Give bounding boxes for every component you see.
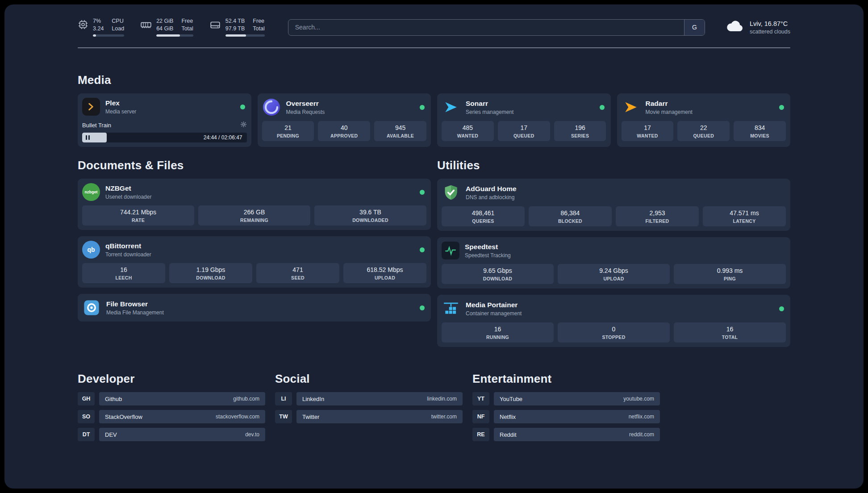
- storage-free-value: 52.4 TB: [225, 18, 245, 24]
- bookmark-list: LI LinkedIn linkedin.com TW Twitter twit…: [275, 392, 463, 423]
- speedtest-card[interactable]: Speedtest Speedtest Tracking 9.65 Gbps D…: [437, 237, 790, 288]
- stat-tile: 471 SEED: [256, 263, 339, 283]
- pause-icon[interactable]: [88, 135, 90, 140]
- plex-card[interactable]: Plex Media server Bullet Train 24: [78, 93, 251, 147]
- bookmark-abbr: NF: [472, 410, 489, 423]
- bookmark-github[interactable]: GH Github github.com: [78, 392, 265, 405]
- stats-row: 17 WANTED 22 QUEUED 834 MOVIES: [622, 121, 786, 141]
- bookmark-abbr: RE: [472, 428, 489, 441]
- qbittorrent-card[interactable]: qb qBittorrent Torrent downloader 16 LEE…: [78, 236, 431, 288]
- service-title: Overseerr Media Requests: [286, 100, 415, 115]
- now-playing-title: Bullet Train: [82, 122, 111, 129]
- memory-progress-bar: [156, 34, 193, 37]
- stat-label: DOWNLOAD: [171, 275, 250, 280]
- bookmark-netflix[interactable]: NF Netflix netflix.com: [472, 410, 660, 423]
- stats-row: 485 WANTED 17 QUEUED 196 SERIES: [442, 121, 606, 141]
- bookmark-twitter[interactable]: TW Twitter twitter.com: [275, 410, 463, 423]
- adguard-card[interactable]: AdGuard Home DNS and adblocking 498,461 …: [437, 179, 790, 231]
- bookmark-url: reddit.com: [629, 431, 654, 438]
- storage-progress-fill: [225, 34, 246, 37]
- bookmark-dev[interactable]: DT DEV dev.to: [78, 428, 265, 441]
- stats-row: 16 RUNNING 0 STOPPED 16 TOTAL: [442, 322, 786, 343]
- storage-progress-bar: [225, 34, 265, 37]
- service-title: Plex Media server: [105, 99, 235, 115]
- stat-label: UPLOAD: [559, 276, 668, 281]
- memory-free-label: Free: [181, 18, 193, 24]
- stat-value: 16: [84, 266, 163, 273]
- portainer-card[interactable]: Media Portainer Container management 16 …: [437, 295, 790, 347]
- cpu-progress-fill: [93, 34, 96, 37]
- weather-widget: Lviv, 16.87°C scattered clouds: [726, 20, 790, 35]
- stat-value: 21: [264, 124, 313, 131]
- stat-label: PING: [676, 276, 784, 281]
- stat-label: QUEUED: [679, 133, 728, 138]
- service-name: Media Portainer: [466, 301, 774, 309]
- bookmark-youtube[interactable]: YT YouTube youtube.com: [472, 392, 660, 405]
- playback-progress-bar[interactable]: 24:44 / 02:06:47: [82, 133, 247, 142]
- stats-row: 16 LEECH 1.19 Gbps DOWNLOAD 471 SEED 618…: [82, 263, 426, 283]
- memory-total-value: 64 GiB: [156, 25, 173, 32]
- bookmark-abbr: GH: [78, 392, 95, 405]
- stat-label: UPLOAD: [345, 275, 425, 280]
- service-subtitle: Usenet downloader: [105, 194, 414, 200]
- stat-value: 471: [258, 266, 338, 273]
- stat-label: FILTERED: [618, 218, 697, 224]
- pause-icon[interactable]: [86, 135, 87, 140]
- memory-monitor: 22 GiB Free 64 GiB Total: [140, 18, 193, 37]
- sonarr-card[interactable]: Sonarr Series management 485 WANTED 17 Q…: [437, 93, 611, 147]
- overseerr-card[interactable]: Overseerr Media Requests 21 PENDING 40 A…: [258, 93, 431, 147]
- stat-tile: 9.24 Gbps UPLOAD: [558, 264, 670, 284]
- stat-tile: 1.19 Gbps DOWNLOAD: [169, 263, 252, 283]
- status-dot: [779, 306, 784, 311]
- stat-label: TOTAL: [676, 334, 784, 340]
- filebrowser-icon: [82, 298, 101, 317]
- service-title: Sonarr Series management: [466, 100, 594, 115]
- status-dot: [420, 105, 425, 110]
- bookmark-stackoverflow[interactable]: SO StackOverflow stackoverflow.com: [78, 410, 265, 423]
- stat-tile: 945 AVAILABLE: [374, 121, 426, 141]
- stat-tile: 47.571 ms LATENCY: [703, 206, 786, 226]
- bookmark-linkedin[interactable]: LI LinkedIn linkedin.com: [275, 392, 463, 405]
- bookmark-abbr: DT: [78, 428, 95, 441]
- cpu-monitor: 7% CPU 3.24 Load: [78, 18, 124, 37]
- storage-readout: 52.4 TB Free 97.9 TB Total: [225, 18, 265, 37]
- radarr-card[interactable]: Radarr Movie management 17 WANTED 22 QUE…: [617, 93, 791, 147]
- bookmark-abbr: TW: [275, 410, 292, 423]
- service-subtitle: Media server: [105, 109, 235, 115]
- documents-section-title: Documents & Files: [78, 159, 431, 172]
- utilities-column: Utilities AdGuard Home DNS and adblockin…: [437, 159, 790, 347]
- card-header: Radarr Movie management: [622, 98, 786, 117]
- service-name: Speedtest: [465, 243, 786, 251]
- search-input[interactable]: [288, 20, 684, 35]
- bookmark-abbr: LI: [275, 392, 292, 405]
- bookmark-bar: LinkedIn linkedin.com: [296, 392, 463, 405]
- search-engine-button[interactable]: G: [684, 20, 705, 35]
- memory-readout: 22 GiB Free 64 GiB Total: [156, 18, 193, 37]
- bookmark-name: Reddit: [500, 431, 517, 438]
- bookmark-reddit[interactable]: RE Reddit reddit.com: [472, 428, 660, 441]
- stat-value: 39.6 TB: [316, 209, 425, 216]
- gear-icon[interactable]: [240, 121, 247, 130]
- adguard-icon: [442, 183, 460, 202]
- nzbget-card[interactable]: nzbget NZBGet Usenet downloader 744.21 M…: [78, 179, 431, 230]
- service-name: File Browser: [106, 300, 414, 308]
- stat-label: PENDING: [264, 133, 313, 138]
- filebrowser-card[interactable]: File Browser Media File Management: [78, 294, 431, 322]
- stat-label: WANTED: [623, 133, 672, 138]
- social-section-title: Social: [275, 372, 463, 386]
- stat-label: RATE: [84, 217, 192, 223]
- stat-label: SERIES: [556, 133, 605, 138]
- stat-tile: 17 QUEUED: [498, 121, 550, 141]
- cpu-load-label: Load: [112, 25, 124, 32]
- sonarr-icon: [442, 98, 460, 117]
- stat-value: 0: [559, 326, 668, 333]
- playback-progress-fill: [82, 133, 107, 142]
- bookmark-abbr: YT: [472, 392, 489, 405]
- bookmark-url: netflix.com: [629, 414, 654, 420]
- bookmark-name: YouTube: [500, 396, 522, 402]
- bookmark-bar: Github github.com: [99, 392, 265, 405]
- stat-value: 1.19 Gbps: [171, 266, 250, 273]
- qbittorrent-icon-text: qb: [87, 246, 95, 253]
- stat-label: REMAINING: [200, 217, 309, 223]
- bookmark-abbr: SO: [78, 410, 95, 423]
